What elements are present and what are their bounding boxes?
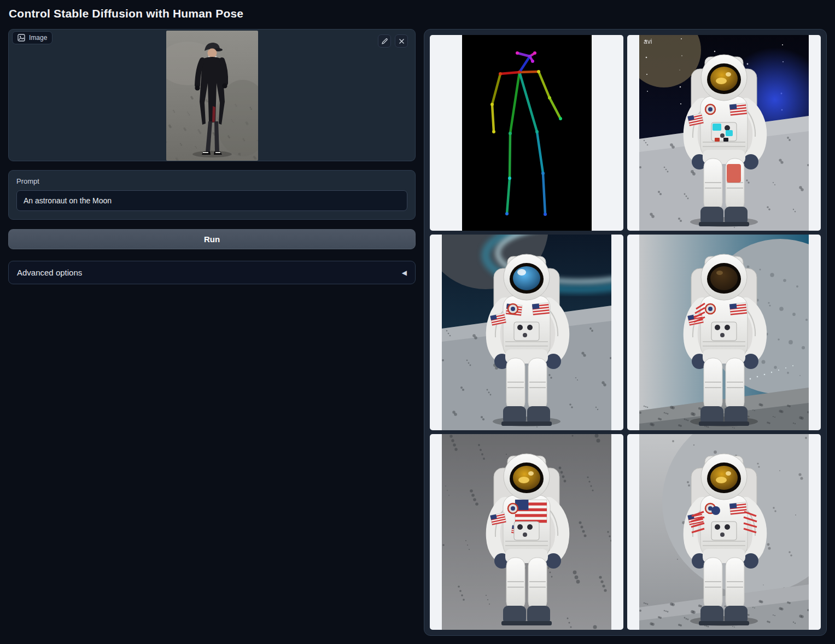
advanced-options-label: Advanced options [17, 268, 82, 277]
main-layout: Image [0, 29, 835, 636]
run-button[interactable]: Run [8, 229, 416, 249]
advanced-options-accordion[interactable]: Advanced options ◀ [8, 261, 416, 284]
gallery-item-astronaut-2[interactable] [430, 235, 623, 430]
image-label-badge: Image [12, 31, 52, 44]
gallery-item-astronaut-3[interactable] [627, 235, 821, 430]
output-gallery: avi [424, 29, 827, 636]
image-actions [378, 34, 408, 48]
close-icon [399, 38, 405, 44]
image-icon [17, 34, 25, 42]
gallery-item-astronaut-1[interactable]: avi [627, 35, 821, 231]
image-upload-panel[interactable]: Image [8, 29, 416, 161]
gallery-item-astronaut-5[interactable] [627, 434, 821, 630]
image-label: Image [29, 34, 47, 42]
page-title: Control Stable Diffusion with Human Pose [0, 0, 835, 29]
pencil-icon [381, 38, 388, 45]
chevron-left-icon: ◀ [402, 269, 407, 277]
prompt-input[interactable] [16, 190, 407, 211]
prompt-label: Prompt [16, 177, 407, 185]
controls-column: Image [8, 29, 416, 284]
input-pose-image[interactable] [166, 31, 258, 161]
edit-image-button[interactable] [378, 34, 391, 48]
gallery-item-astronaut-4[interactable] [430, 434, 623, 630]
gallery-item-pose-skeleton[interactable] [430, 35, 623, 231]
clear-image-button[interactable] [395, 34, 408, 48]
prompt-panel: Prompt [8, 170, 416, 220]
svg-text:avi: avi [644, 38, 652, 45]
